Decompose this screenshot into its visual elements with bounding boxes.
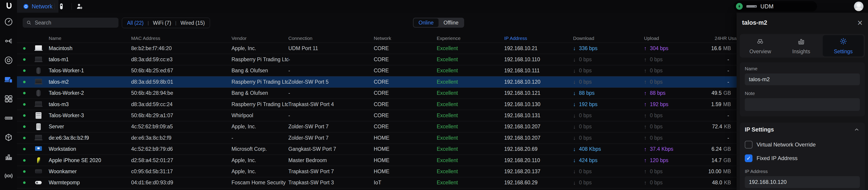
column-header-ul[interactable]: Upload — [644, 35, 700, 41]
chevron-up-icon[interactable] — [854, 127, 860, 133]
table-row[interactable]: talos-m3 d8:3a:dd:59:cc:24 Raspberry Pi … — [17, 99, 737, 110]
column-header-mac[interactable]: MAC Address — [131, 35, 231, 41]
client-download: ↓88 bps — [573, 90, 644, 97]
fixed-ip-checkbox[interactable]: ✓ Fixed IP Address — [745, 154, 860, 163]
search-box[interactable] — [23, 18, 119, 28]
table-row[interactable]: Talos-Worker-1 50:6b:4b:25:ed:67 Bang & … — [17, 65, 737, 76]
table-row[interactable]: talos-m1 d8:3a:dd:59:cc:e3 Raspberry Pi … — [17, 54, 737, 65]
sidebar-item-unifi-devices[interactable] — [3, 55, 14, 67]
search-input[interactable] — [34, 20, 115, 26]
console-switcher[interactable]: UDM — [734, 1, 817, 11]
upload-arrow-icon: ↑ — [644, 90, 647, 97]
user-avatar[interactable] — [854, 2, 864, 11]
column-header-net[interactable]: Network — [374, 35, 437, 41]
client-vendor: Raspberry Pi Trading Ltd — [231, 56, 288, 62]
column-header-name[interactable]: Name — [45, 35, 131, 41]
column-header-conn[interactable]: Connection — [288, 35, 374, 41]
client-usage: 1.59MB — [700, 101, 737, 107]
client-connection: - — [288, 112, 374, 118]
table-row[interactable]: Workstation 4c:52:62:b9:79:d6 Microsoft … — [17, 144, 737, 155]
table-row[interactable]: Talos-Worker-2 50:6b:4b:28:94:be Bang & … — [17, 88, 737, 99]
sidebar-item-topology[interactable] — [3, 35, 14, 47]
client-ip: 192.168.60.29 — [504, 180, 573, 186]
sidebar-item-client-devices[interactable] — [3, 74, 14, 86]
ip-address-input[interactable] — [745, 176, 860, 188]
download-arrow-icon: ↓ — [573, 180, 576, 186]
divider: | — [148, 20, 149, 26]
name-input[interactable] — [745, 74, 860, 85]
client-connection: Zolder-SW Port 5 — [288, 79, 374, 85]
ubiquiti-logo-icon[interactable] — [4, 1, 14, 11]
protect-app-icon[interactable] — [57, 2, 66, 11]
table-row[interactable]: Apple iPhone SE 2020 d2:58:a4:52:01:27 A… — [17, 155, 737, 166]
panel-tab-settings[interactable]: Settings — [823, 35, 864, 56]
online-status-dot — [23, 159, 26, 162]
sidebar-item-broadcast[interactable] — [3, 170, 14, 182]
column-header-vendor[interactable]: Vendor — [231, 35, 288, 41]
client-mac: 50:6b:4b:29:a1:07 — [131, 112, 231, 118]
gear-icon — [839, 37, 847, 47]
panel-tab-insights[interactable]: Insights — [781, 34, 822, 58]
note-input[interactable] — [745, 98, 860, 111]
client-upload: ↑0 bps — [644, 56, 700, 63]
client-download: ↓0 bps — [573, 180, 644, 186]
client-experience: Excellent — [437, 180, 504, 186]
client-name: Talos-Worker-3 — [45, 112, 131, 118]
client-experience: Excellent — [437, 112, 504, 118]
client-network: CORE — [374, 79, 437, 85]
client-vendor: Raspberry Pi Trading Ltd — [231, 101, 288, 107]
divider: | — [175, 20, 177, 26]
tab-network[interactable]: Network — [17, 0, 58, 13]
client-usage: - — [700, 79, 737, 85]
online-status-dot — [23, 47, 26, 50]
client-connection: Master Bedroom — [288, 157, 374, 163]
client-download: ↓192 bps — [573, 101, 644, 107]
search-icon — [26, 20, 31, 26]
client-name: Talos-Worker-1 — [45, 67, 131, 74]
client-upload: ↑0 bps — [644, 79, 700, 85]
table-row[interactable]: Talos-Worker-3 50:6b:4b:29:a1:07 Whirlpo… — [17, 110, 737, 121]
client-network: CORE — [374, 112, 437, 118]
column-header-ip[interactable]: IP Address — [504, 35, 573, 41]
client-upload: ↑304 bps — [644, 45, 700, 52]
table-row[interactable]: talos-m2 d8:3a:dd:59:8b:01 Raspberry Pi … — [17, 76, 737, 87]
client-vendor: Bang & Olufsen — [231, 67, 288, 74]
panel-tab-overview[interactable]: Overview — [740, 34, 781, 58]
upload-arrow-icon: ↑ — [644, 56, 647, 63]
sidebar-item-insights[interactable] — [3, 113, 14, 125]
client-experience: Excellent — [437, 79, 504, 85]
upload-arrow-icon: ↑ — [644, 67, 647, 74]
panel-title: talos-m2 — [742, 19, 767, 26]
toggle-online[interactable]: Online — [413, 18, 438, 27]
table-row[interactable]: Woonkamer c0:95:6d:5b:31:17 Apple, Inc. … — [17, 166, 737, 177]
filter-tab-all[interactable]: All (22) — [127, 20, 144, 26]
virtual-network-override-checkbox[interactable]: Virtual Network Override — [745, 140, 860, 149]
sidebar-item-dashboard[interactable] — [3, 16, 14, 28]
sidebar-item-statistics[interactable] — [3, 151, 14, 163]
client-vendor: Bang & Olufsen — [231, 90, 288, 96]
client-mac: d8:3a:dd:59:cc:e3 — [131, 56, 231, 62]
table-row[interactable]: de:e6:3a:8c:b2:f9 de:e6:3a:8c:b2:f9 - Zo… — [17, 132, 737, 143]
download-arrow-icon: ↓ — [573, 135, 576, 141]
filter-tab-wired[interactable]: Wired (15) — [181, 20, 205, 26]
client-ip: 192.168.10.21 — [504, 45, 573, 52]
table-row[interactable]: Server 4c:52:62:b9:09:a5 Apple, Inc. Zol… — [17, 121, 737, 132]
table-row[interactable]: Macintosh 8e:b2:be:f7:46:20 Apple, Inc. … — [17, 43, 737, 54]
column-header-dl[interactable]: Download — [573, 35, 644, 41]
download-arrow-icon: ↓ — [573, 67, 576, 74]
client-network: CORE — [374, 45, 437, 52]
client-upload: ↑37.4 Kbps — [644, 146, 700, 152]
filter-tab-wifi[interactable]: WiFi (7) — [153, 20, 171, 26]
sidebar-item-networks[interactable] — [3, 93, 14, 105]
close-icon[interactable]: × — [857, 19, 863, 26]
toggle-offline[interactable]: Offline — [438, 18, 463, 27]
client-name: Macintosh — [45, 45, 131, 52]
upload-arrow-icon: ↑ — [644, 79, 647, 85]
identity-app-icon[interactable] — [75, 2, 84, 11]
client-usage: 48.0KB — [700, 180, 737, 186]
table-row[interactable]: Warmtepomp 04:d1:6e:d0:93:d9 Foscam Home… — [17, 177, 737, 188]
column-header-exp[interactable]: Experience — [437, 35, 504, 41]
column-header-usage[interactable]: 24HR Usage — [700, 35, 737, 41]
client-upload: ↑0 bps — [644, 135, 700, 141]
sidebar-item-mesh[interactable] — [3, 132, 14, 144]
